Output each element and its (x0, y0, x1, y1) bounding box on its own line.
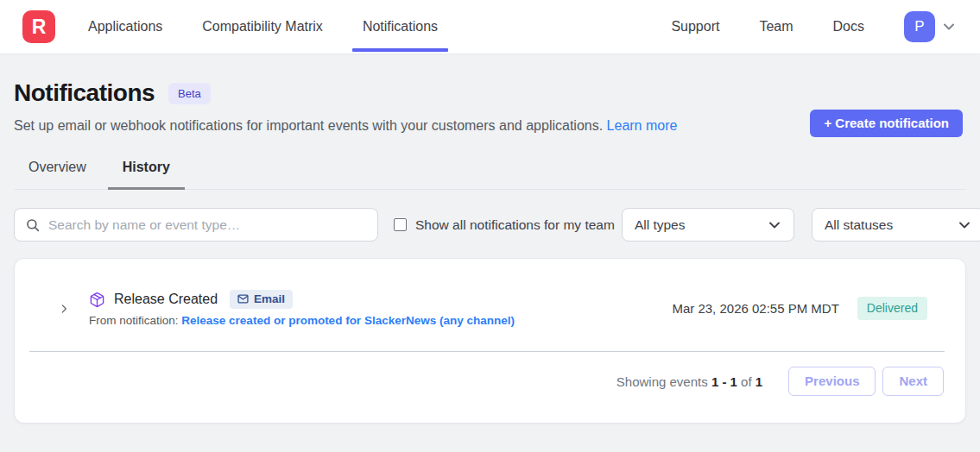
search-icon (25, 217, 41, 233)
event-main: Release Created Email From notification:… (89, 290, 515, 327)
event-row[interactable]: Release Created Email From notification:… (15, 259, 965, 344)
email-icon (237, 294, 249, 304)
chevron-down-icon (940, 18, 958, 35)
chevron-down-icon (766, 217, 783, 234)
previous-page-button[interactable]: Previous (788, 367, 876, 396)
type-filter-select[interactable]: All types (622, 208, 794, 242)
nav-item-notifications[interactable]: Notifications (363, 2, 438, 52)
status-filter-value: All statuses (825, 217, 893, 233)
page-description-text: Set up email or webhook notifications fo… (14, 118, 603, 133)
status-filter-select[interactable]: All statuses (812, 208, 980, 242)
nav-item-team[interactable]: Team (759, 2, 793, 52)
next-page-button[interactable]: Next (882, 367, 944, 396)
nav-item-support[interactable]: Support (671, 2, 719, 52)
pagination-of: of (741, 374, 752, 389)
channel-badge-label: Email (254, 292, 285, 305)
event-meta: Mar 23, 2026 02:55 PM MDT Delivered (672, 297, 927, 320)
team-filter-checkbox-group[interactable]: Show all notifications for my team (394, 217, 615, 233)
pagination-total: 1 (756, 374, 762, 389)
page-header: Notifications Beta Set up email or webho… (14, 53, 966, 134)
event-timestamp: Mar 23, 2026 02:55 PM MDT (672, 301, 838, 316)
tab-history[interactable]: History (108, 152, 185, 189)
nav-links: Applications Compatibility Matrix Notifi… (88, 2, 438, 52)
nav-right-links: Support Team Docs P (671, 2, 958, 52)
type-filter-value: All types (635, 217, 686, 233)
page-title: Notifications (14, 79, 155, 107)
nav-item-compatibility-matrix[interactable]: Compatibility Matrix (202, 2, 323, 52)
pagination-range: 1 - 1 (711, 374, 737, 389)
app-logo[interactable]: R (22, 10, 55, 43)
tab-overview[interactable]: Overview (14, 152, 101, 189)
avatar[interactable]: P (904, 11, 935, 42)
top-navigation-bar: R Applications Compatibility Matrix Noti… (0, 0, 980, 53)
nav-item-docs[interactable]: Docs (833, 2, 864, 52)
chevron-down-icon (956, 217, 973, 234)
status-badge: Delivered (857, 297, 927, 320)
events-card: Release Created Email From notification:… (14, 258, 966, 424)
expand-chevron-right-icon[interactable] (58, 303, 70, 315)
pagination: Showing events 1 - 1 of 1 Previous Next (15, 352, 965, 396)
pagination-prefix: Showing events (616, 374, 708, 389)
create-notification-button[interactable]: + Create notification (810, 110, 963, 137)
team-checkbox[interactable] (394, 218, 407, 231)
event-title: Release Created (114, 292, 218, 307)
pagination-summary: Showing events 1 - 1 of 1 (616, 374, 762, 389)
filter-bar: Show all notifications for my team All t… (14, 208, 966, 242)
user-menu[interactable]: P (904, 11, 958, 42)
channel-badge: Email (230, 290, 293, 309)
tab-bar: Overview History (14, 152, 966, 190)
search-box[interactable] (14, 208, 378, 242)
learn-more-link[interactable]: Learn more (607, 118, 678, 133)
package-icon (89, 292, 105, 308)
team-checkbox-label: Show all notifications for my team (415, 217, 615, 233)
source-notification-link[interactable]: Release created or promoted for SlackerN… (181, 314, 515, 327)
from-label: From notification: (89, 314, 179, 327)
beta-badge: Beta (168, 83, 211, 104)
nav-item-applications[interactable]: Applications (88, 2, 162, 52)
from-notification-line: From notification: Release created or pr… (89, 314, 515, 327)
search-input[interactable] (48, 217, 367, 233)
